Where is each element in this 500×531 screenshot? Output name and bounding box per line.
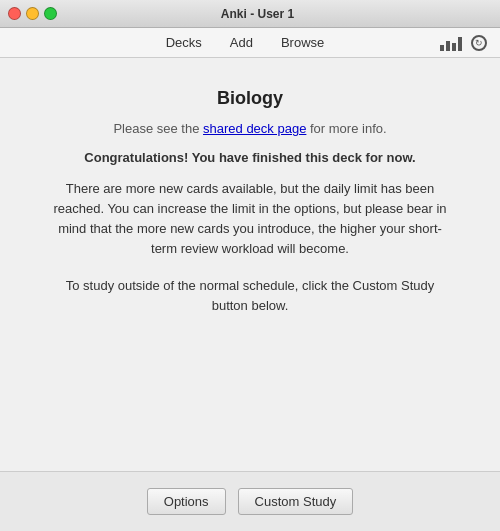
main-content: Biology Please see the shared deck page …: [0, 58, 500, 336]
menu-right-icons: ↻: [440, 32, 490, 54]
deck-title: Biology: [50, 88, 450, 109]
title-bar: Anki - User 1: [0, 0, 500, 28]
minimize-button[interactable]: [26, 7, 39, 20]
stats-icon[interactable]: [440, 32, 462, 54]
menu-bar: Decks Add Browse ↻: [0, 28, 500, 58]
shared-deck-prefix: Please see the: [113, 121, 203, 136]
options-button[interactable]: Options: [147, 488, 226, 515]
close-button[interactable]: [8, 7, 21, 20]
shared-deck-line: Please see the shared deck page for more…: [50, 121, 450, 136]
maximize-button[interactable]: [44, 7, 57, 20]
menu-items: Decks Add Browse: [162, 33, 329, 52]
shared-deck-suffix: for more info.: [306, 121, 386, 136]
custom-study-info-text: To study outside of the normal schedule,…: [50, 276, 450, 316]
sync-icon[interactable]: ↻: [468, 32, 490, 54]
custom-study-button[interactable]: Custom Study: [238, 488, 354, 515]
menu-add[interactable]: Add: [226, 33, 257, 52]
shared-deck-link[interactable]: shared deck page: [203, 121, 306, 136]
window-controls[interactable]: [8, 7, 57, 20]
window-title: Anki - User 1: [63, 7, 452, 21]
menu-decks[interactable]: Decks: [162, 33, 206, 52]
info-text: There are more new cards available, but …: [50, 179, 450, 260]
congrats-text: Congratulations! You have finished this …: [50, 150, 450, 165]
bottom-button-area: Options Custom Study: [0, 471, 500, 531]
menu-browse[interactable]: Browse: [277, 33, 328, 52]
